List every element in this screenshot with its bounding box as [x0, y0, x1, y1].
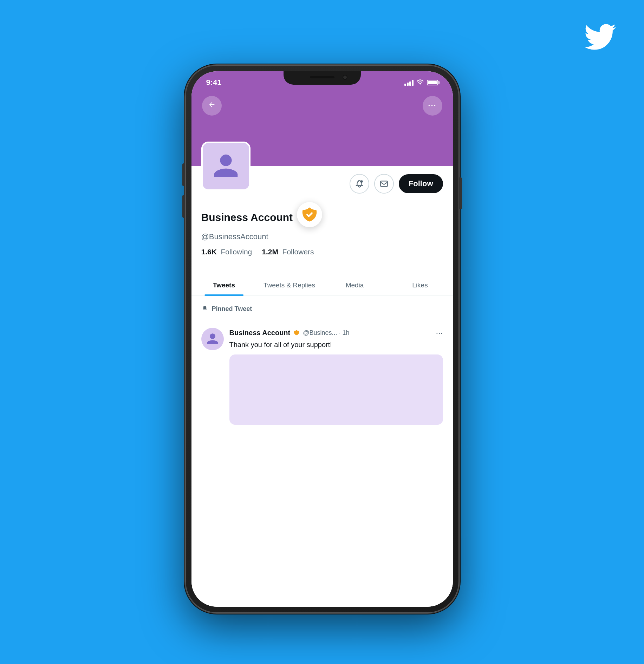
- message-button[interactable]: [374, 174, 394, 194]
- profile-name-row: Business Account: [201, 205, 443, 230]
- followers-label: Followers: [282, 248, 314, 256]
- volume-down-button: [182, 195, 185, 218]
- front-camera: [343, 75, 347, 80]
- tweet-text: Thank you for all of your support!: [229, 340, 443, 350]
- speaker-grille: [310, 76, 334, 78]
- tweet-handle-time: @Busines... · 1h: [303, 329, 349, 337]
- status-icons: [404, 79, 438, 87]
- signal-bar-4: [412, 80, 414, 86]
- following-label: Following: [221, 248, 252, 256]
- tweet-avatar-icon: [206, 332, 219, 346]
- phone-screen: 9:41: [191, 71, 453, 607]
- tab-likes[interactable]: Likes: [388, 275, 453, 295]
- pinned-section: Pinned Tweet: [191, 300, 453, 321]
- profile-avatar-container: [201, 142, 251, 191]
- wifi-icon: [416, 79, 424, 87]
- follow-button[interactable]: Follow: [399, 174, 443, 193]
- notify-button[interactable]: +: [350, 174, 369, 194]
- more-dots-icon: ···: [428, 101, 436, 110]
- profile-name: Business Account: [201, 211, 293, 223]
- tweet-avatar: [201, 328, 224, 350]
- phone-shell: 9:41: [185, 65, 459, 613]
- volume-up-button: [182, 163, 185, 186]
- message-icon: [379, 179, 389, 188]
- pin-icon: [201, 306, 208, 313]
- verified-badge-icon: [300, 205, 319, 224]
- tweet-verified-icon: [293, 329, 300, 336]
- back-arrow-icon: [208, 101, 216, 111]
- profile-stats: 1.6K Following 1.2M Followers: [201, 248, 443, 256]
- tweet-more-button[interactable]: ···: [436, 328, 443, 338]
- signal-bar-3: [409, 82, 411, 86]
- signal-bar-1: [404, 84, 406, 86]
- signal-bars-icon: [404, 79, 414, 86]
- verified-badge-popup: [297, 202, 322, 227]
- tweet-content: Business Account @Busines... · 1h ··· Th…: [229, 328, 443, 425]
- followers-stat[interactable]: 1.2M Followers: [262, 248, 314, 256]
- pinned-label-row: Pinned Tweet: [201, 305, 443, 313]
- profile-action-buttons: + Follow: [350, 174, 443, 194]
- signal-bar-2: [407, 83, 409, 86]
- profile-info: Business Account @BusinessAccount 1.6K F…: [201, 205, 443, 267]
- avatar: [201, 142, 251, 191]
- following-count: 1.6K: [201, 248, 217, 256]
- back-button[interactable]: [202, 96, 222, 116]
- notify-icon: +: [355, 179, 364, 188]
- tweet-image-placeholder: [229, 354, 443, 425]
- svg-text:+: +: [360, 181, 362, 183]
- pinned-label-text: Pinned Tweet: [212, 305, 252, 313]
- twitter-logo: [584, 21, 616, 53]
- more-options-button[interactable]: ···: [423, 96, 442, 116]
- phone-mockup: 9:41: [185, 65, 459, 613]
- power-button: [459, 177, 462, 209]
- battery-icon: [427, 80, 438, 85]
- avatar-person-icon: [212, 152, 240, 180]
- following-stat[interactable]: 1.6K Following: [201, 248, 252, 256]
- profile-tabs: Tweets Tweets & Replies Media Likes: [191, 275, 453, 296]
- tweet-author-name: Business Account: [229, 329, 291, 337]
- tab-tweets[interactable]: Tweets: [191, 275, 257, 295]
- battery-fill: [428, 81, 437, 84]
- tab-media[interactable]: Media: [322, 275, 388, 295]
- profile-handle: @BusinessAccount: [201, 232, 443, 241]
- tab-tweets-replies[interactable]: Tweets & Replies: [257, 275, 322, 295]
- phone-notch: [284, 71, 361, 85]
- tweet-item: Business Account @Busines... · 1h ··· Th…: [191, 328, 453, 425]
- tweet-header: Business Account @Busines... · 1h ···: [229, 328, 443, 338]
- followers-count: 1.2M: [262, 248, 278, 256]
- status-time: 9:41: [206, 78, 222, 87]
